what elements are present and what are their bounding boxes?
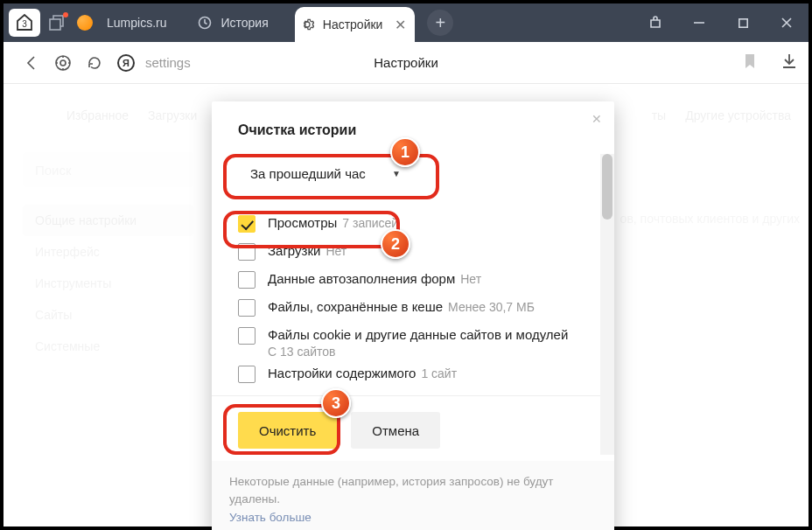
time-range-dropdown[interactable]: За прошедший час ▼ (238, 156, 413, 191)
new-tab-button[interactable]: + (427, 10, 453, 36)
clear-options-list: Просмотры7 записей ЗагрузкиНет Данные ав… (238, 210, 614, 387)
site-favicon (77, 15, 93, 31)
clear-history-dialog: ✕ Очистка истории За прошедший час ▼ Про… (212, 101, 614, 530)
clock-icon (198, 16, 212, 30)
window-maximize-button[interactable] (721, 3, 765, 42)
window-minimize-button[interactable] (677, 3, 721, 42)
close-tab-button[interactable]: ✕ (395, 17, 406, 33)
cancel-button[interactable]: Отмена (351, 412, 440, 449)
dialog-footer: Некоторые данные (например, история запр… (212, 461, 614, 530)
tab-label: Настройки (323, 17, 383, 31)
url-text[interactable]: settings (145, 55, 191, 70)
learn-more-link[interactable]: Узнать больше (229, 511, 312, 524)
window-controls (634, 3, 808, 42)
collections-icon[interactable] (46, 14, 66, 31)
tab-label: Lumpics.ru (107, 16, 166, 30)
svg-point-6 (60, 60, 66, 66)
checkbox-icon (238, 327, 256, 345)
dialog-close-button[interactable]: ✕ (592, 112, 602, 126)
checkbox-icon (238, 271, 256, 289)
clear-button[interactable]: Очистить (238, 412, 337, 449)
tab-label: История (220, 16, 268, 30)
dropdown-value: За прошедший час (250, 166, 366, 181)
opt-downloads[interactable]: ЗагрузкиНет (238, 238, 614, 266)
opt-cookies[interactable]: Файлы cookie и другие данные сайтов и мо… (238, 322, 614, 364)
site-info-button[interactable] (47, 47, 79, 79)
tab-history[interactable]: История (192, 3, 294, 42)
checkbox-icon (238, 299, 256, 317)
back-button[interactable] (16, 47, 47, 79)
chevron-down-icon: ▼ (392, 169, 401, 178)
opt-views[interactable]: Просмотры7 записей (238, 210, 614, 238)
svg-text:3: 3 (22, 19, 27, 29)
address-bar: Я settings Настройки (4, 42, 808, 84)
tab-settings[interactable]: Настройки ✕ (295, 7, 416, 42)
window-close-button[interactable] (765, 3, 808, 42)
opt-content-settings[interactable]: Настройки содержимого1 сайт (238, 364, 614, 387)
downloads-icon[interactable] (782, 53, 796, 73)
checkbox-icon (238, 243, 256, 261)
extensions-icon[interactable] (634, 3, 677, 42)
bookmark-icon[interactable] (744, 53, 756, 73)
checkbox-icon (238, 366, 256, 383)
titlebar: 3 Lumpics.ru История Настройки ✕ + (4, 3, 808, 42)
tab-lumpics[interactable]: Lumpics.ru (102, 3, 192, 42)
reload-button[interactable] (79, 47, 110, 79)
svg-point-5 (56, 56, 70, 70)
gear-icon (300, 17, 314, 31)
opt-cache[interactable]: Файлы, сохранённые в кешеМенее 30,7 МБ (238, 294, 614, 322)
page-title: Настройки (374, 55, 438, 70)
opt-autofill[interactable]: Данные автозаполнения формНет (238, 266, 614, 294)
svg-rect-4 (738, 18, 746, 26)
dialog-buttons: Очистить Отмена (212, 395, 614, 461)
svg-rect-1 (50, 19, 60, 30)
dialog-title: Очистка истории (238, 122, 614, 138)
yandex-logo-icon[interactable]: Я (117, 54, 135, 72)
tab-count-button[interactable]: 3 (9, 9, 40, 37)
checkbox-icon (238, 215, 256, 233)
